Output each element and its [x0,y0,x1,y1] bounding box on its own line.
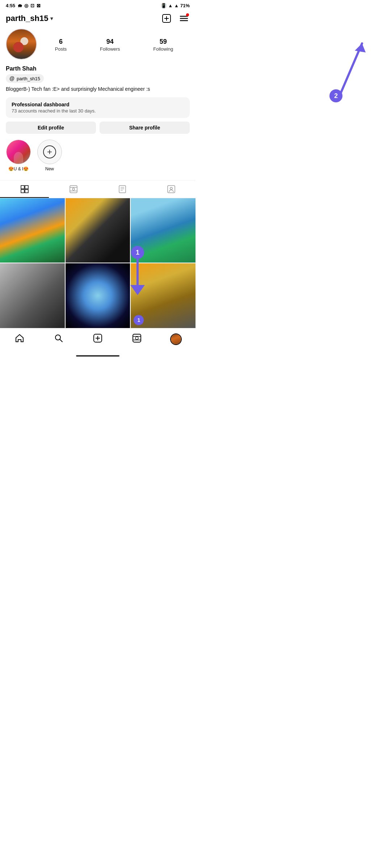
avatar [6,29,37,60]
home-indicator [0,352,196,359]
highlight-u-and-i[interactable]: 😍U & I😍 [6,140,31,171]
grid-cell-4[interactable] [0,263,65,328]
highlight-photo-1 [7,140,30,164]
highlight-label-new: New [45,166,54,171]
following-count: 59 [160,38,167,46]
nav-profile-avatar [170,333,182,345]
nav-profile[interactable] [167,332,185,346]
notification-icon: 🌧 [17,3,22,8]
following-stat[interactable]: 59 Following [153,38,173,52]
posts-stat[interactable]: 6 Posts [55,38,67,52]
dashboard-title: Professional dashboard [12,102,184,107]
photo-grid: 1 [0,198,196,328]
following-label: Following [153,46,173,52]
profile-stats-row: 6 Posts 94 Followers 59 Following [6,29,190,61]
threads-handle-badge[interactable]: @ parth_sh15 [6,74,44,83]
username-text: parth_sh15 [6,14,48,23]
followers-count: 94 [106,38,114,46]
header: parth_sh15 ▾ [0,10,196,27]
highlight-new[interactable]: + New [37,140,62,171]
highlights-row: 😍U & I😍 + New [6,140,190,177]
nav-search[interactable] [50,332,68,346]
grid-icon [20,185,29,193]
dashboard-subtitle: 73 accounts reached in the last 30 days. [12,108,184,114]
tabs-row [0,180,196,198]
highlight-add-icon: + [43,145,56,158]
nav-add[interactable] [89,332,107,346]
threads-icon: @ [9,76,15,81]
nav-home[interactable] [10,332,29,346]
tab-grid[interactable] [0,180,49,198]
header-actions [161,13,190,24]
action-buttons: Edit profile Share profile [6,122,190,134]
followers-stat[interactable]: 94 Followers [100,38,120,52]
status-bar: 4:55 🌧 ◎ ⊡ ⊠ 📳 ▲ ▲ 71% [0,0,196,10]
tab-tagged[interactable] [147,180,196,198]
svg-line-25 [60,339,63,342]
grid-cell-2[interactable] [66,198,130,263]
svg-point-30 [135,337,138,340]
highlight-label-1: 😍U & I😍 [8,166,29,171]
svg-rect-18 [168,186,175,193]
wifi-icon: ▲ [168,3,173,8]
display-name: Parth Shah [6,65,190,72]
grid-cell-5[interactable] [66,263,130,328]
avatar-image [7,29,36,59]
professional-dashboard[interactable]: Professional dashboard 73 accounts reach… [6,97,190,118]
search-icon [54,333,63,345]
tab-reels[interactable] [49,180,98,198]
grid-cell-1[interactable] [0,198,65,263]
svg-rect-10 [70,186,77,193]
edit-profile-button[interactable]: Edit profile [6,122,96,134]
add-post-button[interactable] [161,13,172,24]
battery-label: 71% [180,3,190,8]
profile-section: 6 Posts 94 Followers 59 Following Parth … [0,27,196,180]
grid-cell-6[interactable]: 1 [131,263,196,328]
followers-label: Followers [100,46,120,52]
signal-icon1: ⊡ [30,3,34,8]
svg-rect-8 [21,190,24,193]
notification-dot [186,13,189,16]
avatar-wrap[interactable] [6,29,38,61]
badge-1: 1 [134,315,144,325]
tagged-icon [167,185,176,193]
status-right: 📳 ▲ ▲ 71% [161,3,190,8]
threads-handle-text: parth_sh15 [17,76,40,81]
time: 4:55 [6,3,15,8]
tab-guide[interactable] [98,180,147,198]
grid-cell-3[interactable] [131,198,196,263]
menu-button[interactable] [178,13,190,24]
svg-rect-29 [133,334,141,342]
highlight-circle-new: + [37,140,62,164]
signal-bars: ▲ [174,3,179,8]
signal-icon2: ⊠ [37,3,41,8]
posts-label: Posts [55,46,67,52]
bottom-nav [0,328,196,352]
share-profile-button[interactable]: Share profile [100,122,190,134]
reels-icon [69,185,78,193]
bio-text: BloggerB-) Tech fan :E> and surprisingly… [6,86,190,93]
add-icon [93,333,102,345]
vpn-icon: ◎ [24,3,28,8]
svg-rect-9 [25,190,28,193]
svg-point-11 [72,188,75,190]
reels-nav-icon [132,333,142,345]
chevron-down-icon: ▾ [50,16,53,21]
status-left: 4:55 🌧 ◎ ⊡ ⊠ [6,3,41,8]
svg-rect-6 [21,186,24,189]
stats-area: 6 Posts 94 Followers 59 Following [38,38,190,52]
home-bar [76,355,119,357]
svg-rect-7 [25,186,28,189]
username-area[interactable]: parth_sh15 ▾ [6,14,53,23]
svg-rect-14 [119,186,126,193]
home-icon [15,333,24,345]
highlight-circle-1 [6,140,31,164]
guide-icon [118,185,127,193]
svg-point-19 [170,187,172,190]
vibrate-icon: 📳 [161,3,167,8]
posts-count: 6 [59,38,63,46]
nav-reels[interactable] [128,332,146,346]
